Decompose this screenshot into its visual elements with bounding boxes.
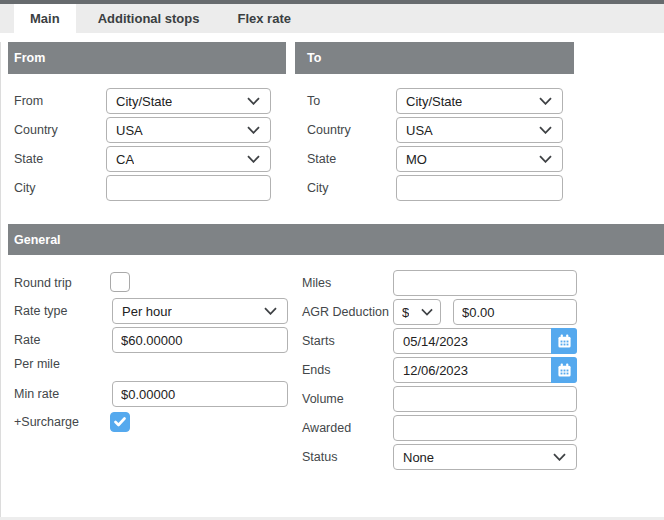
chevron-down-icon: [553, 453, 566, 461]
chevron-down-icon: [539, 97, 552, 105]
starts-date-field[interactable]: 05/14/2023: [393, 328, 577, 354]
general-section-header: General: [8, 224, 664, 255]
from-state-value: CA: [116, 152, 134, 167]
rate-type-value: Per hour: [122, 304, 172, 319]
from-state-select[interactable]: CA: [106, 146, 271, 172]
to-section-header: To: [295, 42, 574, 74]
awarded-input[interactable]: [393, 415, 577, 441]
checkmark-icon: [114, 417, 126, 427]
rate-label: Rate: [14, 333, 40, 347]
volume-label: Volume: [302, 392, 344, 406]
to-city-label: City: [307, 181, 329, 195]
to-country-select[interactable]: USA: [396, 117, 563, 143]
ends-calendar-button[interactable]: [551, 357, 577, 383]
to-citystate-select[interactable]: City/State: [396, 88, 563, 114]
from-citystate-select[interactable]: City/State: [106, 88, 271, 114]
left-edge-line: [0, 42, 1, 520]
round-trip-checkbox[interactable]: [110, 272, 130, 292]
miles-label: Miles: [302, 276, 331, 290]
from-from-label: From: [14, 94, 43, 108]
agr-deduction-label: AGR Deduction: [302, 305, 389, 319]
calendar-icon: [557, 363, 572, 378]
starts-label: Starts: [302, 334, 335, 348]
rate-input[interactable]: [112, 327, 288, 353]
to-city-input[interactable]: [396, 175, 563, 201]
miles-input[interactable]: [393, 270, 577, 296]
from-city-label: City: [14, 181, 36, 195]
to-to-label: To: [307, 94, 320, 108]
rate-type-select[interactable]: Per hour: [112, 298, 288, 324]
from-country-select[interactable]: USA: [106, 117, 271, 143]
from-country-value: USA: [116, 123, 143, 138]
surcharge-label: +Surcharge: [14, 415, 79, 429]
surcharge-checkbox[interactable]: [110, 412, 130, 432]
rate-form-screen: Main Additional stops Flex rate From To …: [0, 0, 664, 520]
tab-main[interactable]: Main: [14, 4, 76, 33]
volume-input[interactable]: [393, 386, 577, 412]
to-citystate-value: City/State: [406, 94, 462, 109]
chevron-down-icon: [539, 126, 552, 134]
chevron-down-icon: [247, 97, 260, 105]
min-rate-label: Min rate: [14, 387, 59, 401]
chevron-down-icon: [421, 308, 433, 316]
from-country-label: Country: [14, 123, 58, 137]
to-state-label: State: [307, 152, 336, 166]
rate-type-label: Rate type: [14, 304, 68, 318]
from-citystate-value: City/State: [116, 94, 172, 109]
status-label: Status: [302, 450, 337, 464]
per-mile-label: Per mile: [14, 357, 60, 371]
from-state-label: State: [14, 152, 43, 166]
to-state-select[interactable]: MO: [396, 146, 563, 172]
agr-unit-value: $: [402, 305, 409, 320]
starts-calendar-button[interactable]: [551, 328, 577, 354]
to-country-label: Country: [307, 123, 351, 137]
tab-flex-rate[interactable]: Flex rate: [221, 4, 306, 33]
chevron-down-icon: [264, 307, 277, 315]
chevron-down-icon: [247, 126, 260, 134]
status-value: None: [403, 450, 434, 465]
calendar-icon: [557, 334, 572, 349]
tab-additional-stops[interactable]: Additional stops: [82, 4, 216, 33]
status-select[interactable]: None: [393, 444, 577, 470]
chevron-down-icon: [247, 155, 260, 163]
awarded-label: Awarded: [302, 421, 351, 435]
agr-amount-input[interactable]: [453, 299, 577, 325]
chevron-down-icon: [539, 155, 552, 163]
min-rate-input[interactable]: [112, 381, 288, 407]
ends-label: Ends: [302, 363, 331, 377]
round-trip-label: Round trip: [14, 276, 72, 290]
to-country-value: USA: [406, 123, 433, 138]
ends-date-field[interactable]: 12/06/2023: [393, 357, 577, 383]
from-section-header: From: [8, 42, 286, 74]
to-state-value: MO: [406, 152, 427, 167]
agr-unit-select[interactable]: $: [393, 299, 441, 325]
from-city-input[interactable]: [106, 175, 271, 201]
tab-bar: Main Additional stops Flex rate: [0, 4, 664, 33]
